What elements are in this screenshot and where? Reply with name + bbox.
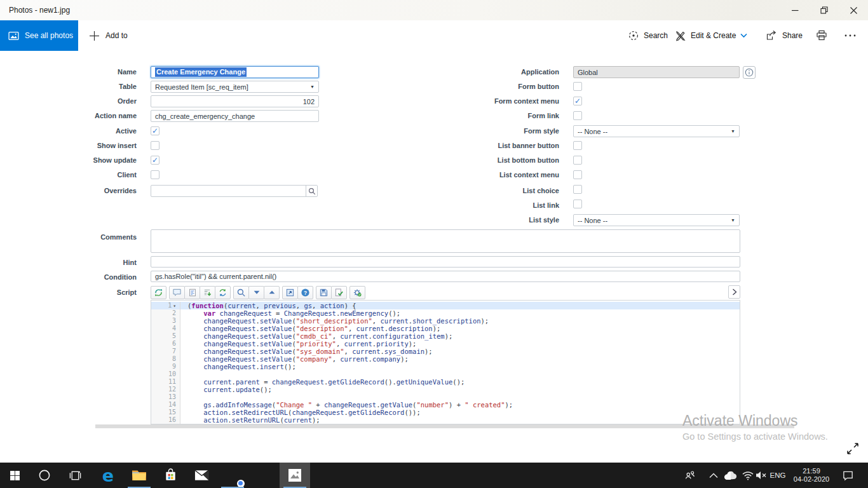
code-line[interactable]: 4 changeRequest.setValue("description", … bbox=[151, 325, 740, 332]
client-checkbox[interactable] bbox=[151, 170, 159, 179]
code-line[interactable]: 8 changeRequest.setValue("company", curr… bbox=[151, 355, 740, 363]
photos-icon bbox=[287, 468, 302, 483]
script-tree-button[interactable] bbox=[151, 286, 166, 299]
taskbar-store-button[interactable] bbox=[155, 463, 186, 488]
print-button[interactable] bbox=[815, 20, 828, 51]
code-line[interactable]: 9 changeRequest.insert(); bbox=[151, 363, 740, 370]
code-line[interactable]: 2 var changeRequest = ChangeRequest.newE… bbox=[151, 309, 740, 317]
taskbar-chrome-button[interactable] bbox=[217, 463, 248, 488]
form-button-checkbox[interactable] bbox=[573, 82, 582, 91]
show-insert-label: Show insert bbox=[25, 142, 137, 149]
script-code-editor[interactable]: 1▾(function(current, previous, gs, actio… bbox=[151, 300, 740, 424]
see-all-photos-button[interactable]: See all photos bbox=[0, 20, 78, 51]
list-choice-checkbox[interactable] bbox=[573, 185, 582, 194]
taskbar-file-explorer-button[interactable] bbox=[124, 463, 154, 488]
taskbar-edge-button[interactable]: e bbox=[93, 463, 123, 488]
action-center-button[interactable] bbox=[836, 463, 859, 488]
find-button[interactable] bbox=[233, 286, 249, 299]
list-link-checkbox[interactable] bbox=[573, 200, 582, 208]
list-bottom-button-checkbox[interactable] bbox=[573, 156, 582, 165]
clock-button[interactable]: 21:59 04-02-2020 bbox=[788, 463, 835, 488]
code-line[interactable]: 6 changeRequest.setValue("priority", cur… bbox=[151, 340, 740, 348]
show-update-checkbox[interactable]: ✓ bbox=[151, 156, 159, 165]
list-style-select[interactable]: -- None --▼ bbox=[573, 214, 740, 226]
find-previous-icon bbox=[268, 288, 276, 297]
svg-text:?: ? bbox=[304, 289, 307, 295]
application-info-button[interactable] bbox=[743, 66, 756, 79]
show-insert-checkbox[interactable] bbox=[151, 141, 159, 150]
overrides-field[interactable] bbox=[151, 185, 318, 197]
more-options-button[interactable] bbox=[844, 20, 857, 51]
code-line[interactable]: 12 current.update(); bbox=[151, 386, 740, 393]
photos-toolbar: See all photos Add to Search Edit & Crea… bbox=[0, 20, 868, 51]
toggle-comment-button[interactable] bbox=[169, 286, 185, 299]
taskbar-firefox-button[interactable] bbox=[248, 463, 279, 488]
form-link-checkbox[interactable] bbox=[573, 111, 582, 120]
table-value: Requested Item [sc_req_item] bbox=[155, 83, 248, 91]
order-field[interactable]: 102 bbox=[151, 95, 319, 107]
replace-button[interactable] bbox=[215, 286, 231, 299]
minimize-button[interactable] bbox=[780, 0, 810, 20]
code-line[interactable]: 1▾(function(current, previous, gs, actio… bbox=[151, 302, 740, 309]
format-code-button[interactable] bbox=[184, 286, 200, 299]
list-context-menu-checkbox[interactable] bbox=[573, 170, 582, 179]
close-button[interactable] bbox=[839, 0, 868, 20]
code-line[interactable]: 16 action.setReturnURL(current); bbox=[151, 416, 740, 424]
language-button[interactable]: ENG bbox=[768, 463, 788, 488]
form-context-menu-checkbox[interactable]: ✓ bbox=[573, 97, 582, 105]
people-button[interactable] bbox=[681, 463, 699, 488]
taskbar-cortana-button[interactable] bbox=[29, 463, 60, 488]
search-button[interactable]: Search bbox=[628, 20, 668, 51]
action-name-field[interactable]: chg_create_emergency_change bbox=[151, 110, 319, 122]
window-title: Photos - new1.jpg bbox=[9, 0, 70, 20]
name-field[interactable]: Create Emergency Change bbox=[151, 66, 319, 78]
script-debugger-button[interactable] bbox=[349, 286, 365, 299]
code-line[interactable]: 15 action.setRedirectURL(changeRequest.g… bbox=[151, 409, 740, 416]
form-button-label: Form button bbox=[419, 83, 559, 90]
restore-button[interactable] bbox=[810, 0, 839, 20]
client-label: Client bbox=[25, 171, 137, 179]
hint-field[interactable] bbox=[151, 256, 740, 268]
tray-overflow-button[interactable] bbox=[705, 463, 722, 488]
add-to-button[interactable]: Add to bbox=[89, 20, 128, 51]
remove-comments-button[interactable] bbox=[200, 286, 215, 299]
save-button[interactable] bbox=[316, 286, 332, 299]
application-value: Global bbox=[578, 69, 598, 76]
code-line[interactable]: 13 bbox=[151, 393, 740, 401]
code-line[interactable]: 11 current.parent = changeRequest.getGli… bbox=[151, 378, 740, 386]
help-button[interactable]: ? bbox=[297, 286, 313, 299]
list-banner-button-checkbox[interactable] bbox=[573, 141, 582, 150]
form-style-select[interactable]: -- None --▼ bbox=[573, 125, 740, 137]
script-expand-button[interactable] bbox=[728, 285, 740, 299]
cortana-icon bbox=[37, 468, 51, 482]
overrides-lookup-button[interactable] bbox=[306, 186, 317, 196]
network-icon bbox=[742, 471, 754, 480]
condition-field[interactable]: gs.hasRole("itil") && current.parent.nil… bbox=[151, 271, 740, 282]
onedrive-button[interactable] bbox=[722, 463, 738, 488]
table-select[interactable]: Requested Item [sc_req_item]▼ bbox=[151, 81, 319, 93]
list-bottom-button-label: List bottom button bbox=[419, 156, 559, 164]
form-style-value: -- None -- bbox=[578, 128, 607, 135]
code-line[interactable]: 14 gs.addInfoMessage("Change " + changeR… bbox=[151, 401, 740, 409]
active-checkbox[interactable]: ✓ bbox=[151, 126, 159, 135]
code-line[interactable]: 3 changeRequest.setValue("short_descript… bbox=[151, 317, 740, 325]
code-line[interactable]: 10 bbox=[151, 370, 740, 378]
find-previous-button[interactable] bbox=[264, 286, 280, 299]
find-next-button[interactable] bbox=[248, 286, 264, 299]
taskbar-start-button[interactable] bbox=[0, 463, 29, 488]
validate-script-button[interactable] bbox=[331, 286, 347, 299]
volume-button[interactable] bbox=[754, 463, 769, 488]
order-label: Order bbox=[25, 97, 137, 105]
list-context-menu-label: List context menu bbox=[419, 171, 559, 179]
taskbar-task-view-button[interactable] bbox=[60, 463, 90, 488]
fold-caret-icon[interactable]: ▾ bbox=[173, 303, 176, 309]
taskbar-mail-button[interactable] bbox=[186, 463, 217, 488]
goto-line-button[interactable] bbox=[282, 286, 298, 299]
code-line[interactable]: 5 changeRequest.setValue("cmdb_ci", curr… bbox=[151, 332, 740, 340]
fullscreen-button[interactable] bbox=[845, 441, 860, 456]
edit-create-button[interactable]: Edit & Create bbox=[675, 20, 747, 51]
comments-textarea[interactable] bbox=[151, 229, 740, 253]
share-button[interactable]: Share bbox=[766, 20, 803, 51]
taskbar-photos-button[interactable] bbox=[280, 463, 310, 488]
code-line[interactable]: 7 changeRequest.setValue("sys_domain", c… bbox=[151, 348, 740, 355]
